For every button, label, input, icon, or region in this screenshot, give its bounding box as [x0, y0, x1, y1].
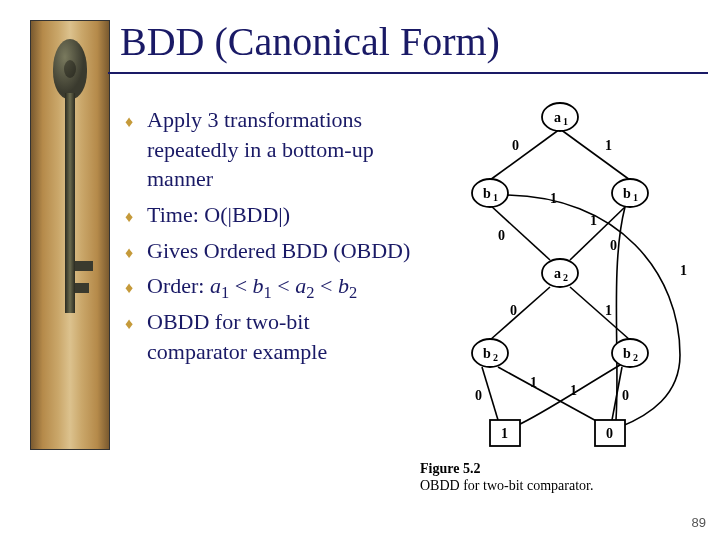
list-item: ♦ Gives Ordered BDD (OBDD): [125, 236, 415, 266]
node-b2-right: b: [623, 346, 631, 361]
var-b: b: [253, 273, 264, 298]
obdd-diagram: 0 1 0 1 0 1 0 1 0 1 0 1 1 a 1 b: [420, 95, 700, 495]
edges: [482, 129, 680, 427]
svg-line-4: [490, 287, 550, 340]
edge-label: 1: [680, 263, 687, 278]
terminal-1: 1: [501, 426, 508, 441]
var-a: a: [295, 273, 306, 298]
key-bit-shape: [75, 261, 93, 271]
figure-caption-text: OBDD for two-bit comparator.: [420, 478, 593, 493]
diamond-bullet-icon: ♦: [125, 242, 133, 264]
slide-title: BDD (Canonical Form): [120, 18, 500, 65]
list-item: ♦ Apply 3 transformations repeatedly in …: [125, 105, 415, 194]
edge-label: 1: [605, 303, 612, 318]
slide: BDD (Canonical Form) ♦ Apply 3 transform…: [0, 0, 720, 540]
edge-label: 1: [550, 191, 557, 206]
list-item: ♦ Time: O(|BDD|): [125, 200, 415, 230]
diamond-bullet-icon: ♦: [125, 111, 133, 133]
lt: <: [229, 273, 252, 298]
list-item: ♦ Order: a1 < b1 < a2 < b2: [125, 271, 415, 301]
edge-label: 1: [590, 213, 597, 228]
node-b2-left: b: [483, 346, 491, 361]
diamond-bullet-icon: ♦: [125, 206, 133, 228]
node-b1-right: b: [623, 186, 631, 201]
bullet-text: OBDD for two-bit comparator example: [147, 309, 327, 364]
subscript: 2: [306, 284, 314, 303]
edge-label: 0: [498, 228, 505, 243]
bullet-text: Time: O(|BDD|): [147, 202, 290, 227]
key-bow-shape: [53, 39, 87, 99]
subscript: 1: [221, 284, 229, 303]
lt: <: [272, 273, 295, 298]
subscript: 1: [264, 284, 272, 303]
edge-label: 0: [510, 303, 517, 318]
order-prefix: Order:: [147, 273, 210, 298]
node-b1-right-sub: 1: [633, 192, 638, 203]
diamond-bullet-icon: ♦: [125, 313, 133, 335]
edge-label: 1: [530, 375, 537, 390]
svg-line-7: [498, 367, 600, 423]
antique-key-image: [30, 20, 110, 450]
diamond-bullet-icon: ♦: [125, 277, 133, 299]
node-a2-sub: 2: [563, 272, 568, 283]
bullet-text: Order: a1 < b1 < a2 < b2: [147, 273, 357, 298]
svg-line-1: [560, 129, 630, 180]
figure-number: Figure 5.2: [420, 461, 480, 476]
edge-label: 1: [605, 138, 612, 153]
node-a2: a: [554, 266, 561, 281]
edge-label: 0: [475, 388, 482, 403]
key-bit-shape: [75, 283, 89, 293]
node-a1: a: [554, 110, 561, 125]
var-b: b: [338, 273, 349, 298]
edge-label: 1: [570, 383, 577, 398]
terminals: 1 0: [490, 420, 625, 446]
figure-caption: Figure 5.2 OBDD for two-bit comparator.: [420, 461, 593, 495]
node-a1-sub: 1: [563, 116, 568, 127]
edge-label: 0: [610, 238, 617, 253]
bullet-text: Apply 3 transformations repeatedly in a …: [147, 107, 374, 191]
svg-line-5: [570, 287, 630, 340]
title-underline: [108, 72, 708, 74]
node-b2-right-sub: 2: [633, 352, 638, 363]
svg-line-6: [482, 367, 498, 420]
edge-label: 0: [512, 138, 519, 153]
obdd-svg: 0 1 0 1 0 1 0 1 0 1 0 1 1 a 1 b: [420, 95, 700, 455]
node-b1-left-sub: 1: [493, 192, 498, 203]
node-b1-left: b: [483, 186, 491, 201]
bullet-list: ♦ Apply 3 transformations repeatedly in …: [125, 105, 415, 373]
lt: <: [315, 273, 338, 298]
edge-label: 0: [622, 388, 629, 403]
list-item: ♦ OBDD for two-bit comparator example: [125, 307, 415, 366]
svg-line-0: [490, 129, 560, 180]
page-number: 89: [692, 515, 706, 530]
bullet-text: Gives Ordered BDD (OBDD): [147, 238, 410, 263]
var-a: a: [210, 273, 221, 298]
node-b2-left-sub: 2: [493, 352, 498, 363]
key-shaft-shape: [65, 93, 75, 313]
terminal-0: 0: [606, 426, 613, 441]
subscript: 2: [349, 284, 357, 303]
